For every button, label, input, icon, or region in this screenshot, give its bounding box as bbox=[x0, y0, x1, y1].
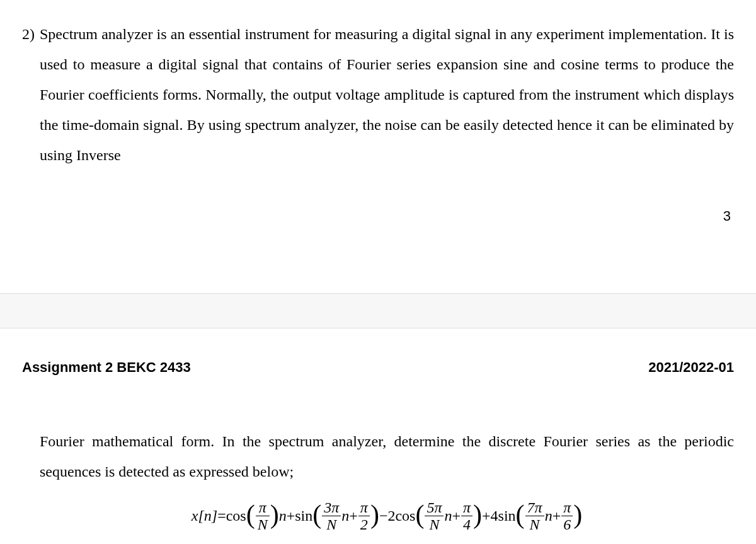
fourier-equation: x[n] = cos (πN) n + sin (3πN n + π2) − 2… bbox=[40, 499, 734, 533]
eq-term3-op2: + bbox=[452, 507, 461, 524]
eq-op3: − bbox=[379, 507, 388, 524]
eq-term2-num: 3π bbox=[322, 499, 341, 516]
question-continuation-text: Fourier mathematical form. In the spectr… bbox=[40, 426, 734, 487]
eq-term2-pden: 2 bbox=[358, 516, 370, 533]
eq-term4-pden: 6 bbox=[561, 516, 573, 533]
eq-term4-mult: n bbox=[545, 507, 553, 524]
eq-term4-op2: + bbox=[553, 507, 561, 524]
eq-term3-mult: n bbox=[444, 507, 452, 524]
eq-term2-den: N bbox=[322, 516, 341, 533]
assignment-header: Assignment 2 BEKC 2433 2021/2022-01 bbox=[22, 359, 734, 376]
eq-term3-den: N bbox=[425, 516, 444, 533]
eq-term3-coef: 2 bbox=[387, 507, 395, 524]
eq-lhs: x[n] bbox=[192, 507, 217, 524]
eq-term4-num: 7π bbox=[525, 499, 544, 516]
eq-term1-num: π bbox=[256, 499, 270, 516]
eq-term1-func: cos bbox=[226, 507, 246, 524]
eq-op2: + bbox=[287, 507, 295, 524]
eq-term2-op2: + bbox=[349, 507, 358, 524]
eq-term2-mult: n bbox=[341, 507, 349, 524]
eq-term4-coef: 4 bbox=[491, 507, 498, 524]
eq-term1-mult: n bbox=[279, 507, 287, 524]
eq-term2-func: sin bbox=[295, 507, 312, 524]
eq-term4-func: sin bbox=[498, 507, 516, 524]
eq-equals: = bbox=[217, 507, 226, 524]
eq-term4-den: N bbox=[525, 516, 544, 533]
page-divider bbox=[0, 293, 756, 328]
question-intro-text: Spectrum analyzer is an essential instru… bbox=[40, 19, 734, 170]
eq-term3-num: 5π bbox=[425, 499, 444, 516]
page-number: 3 bbox=[723, 208, 731, 224]
eq-term4-pnum: π bbox=[561, 499, 573, 516]
eq-op4: + bbox=[482, 507, 491, 524]
question-number: 2) bbox=[22, 19, 40, 49]
eq-term1-den: N bbox=[256, 516, 270, 533]
question-block: 2) Spectrum analyzer is an essential ins… bbox=[22, 19, 734, 170]
eq-term3-pden: 4 bbox=[461, 516, 472, 533]
eq-term3-pnum: π bbox=[461, 499, 472, 516]
eq-term3-func: cos bbox=[395, 507, 415, 524]
assignment-term: 2021/2022-01 bbox=[648, 359, 734, 376]
assignment-title: Assignment 2 BEKC 2433 bbox=[22, 359, 191, 376]
eq-term2-pnum: π bbox=[358, 499, 370, 516]
